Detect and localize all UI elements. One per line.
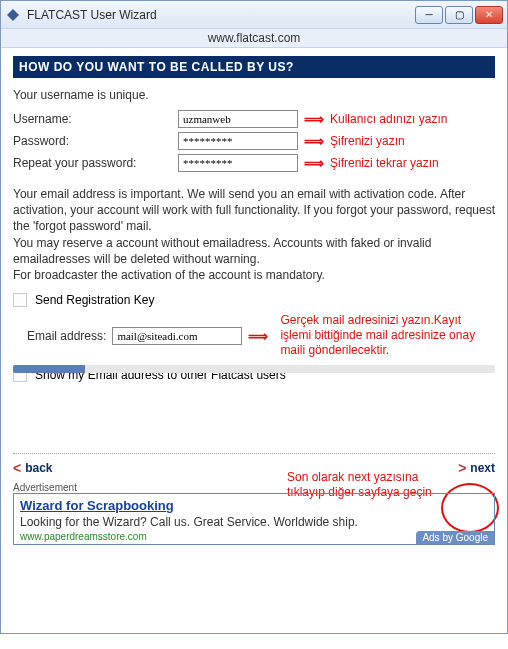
email-row: Email address: ⟹ Gerçek mail adresinizi … xyxy=(13,313,495,358)
app-window: FLATCAST User Wizard ─ ▢ ✕ www.flatcast.… xyxy=(0,0,508,634)
chevron-right-icon: > xyxy=(458,460,466,476)
info-paragraph: Your email address is important. We will… xyxy=(13,186,495,283)
username-row: Username: ⟹ Kullanıcı adınızı yazın xyxy=(13,110,495,128)
page-heading: HOW DO YOU WANT TO BE CALLED BY US? xyxy=(13,56,495,78)
app-icon xyxy=(5,7,21,23)
repeat-input[interactable] xyxy=(178,154,298,172)
bottom-area: < back > next Advertisement Wizard for S… xyxy=(13,359,495,545)
next-button[interactable]: > next xyxy=(458,460,495,476)
password-row: Password: ⟹ Şifrenizi yazın xyxy=(13,132,495,150)
arrow-icon: ⟹ xyxy=(304,111,324,127)
ad-section-label: Advertisement xyxy=(13,482,495,493)
back-button[interactable]: < back xyxy=(13,460,53,476)
username-note: Kullanıcı adınızı yazın xyxy=(330,112,447,126)
send-reg-checkbox[interactable] xyxy=(13,293,27,307)
username-input[interactable] xyxy=(178,110,298,128)
arrow-icon: ⟹ xyxy=(248,328,268,344)
arrow-icon: ⟹ xyxy=(304,133,324,149)
password-note: Şifrenizi yazın xyxy=(330,134,405,148)
minimize-button[interactable]: ─ xyxy=(415,6,443,24)
ad-text: Looking for the Wizard? Call us. Great S… xyxy=(20,515,488,529)
url-bar: www.flatcast.com xyxy=(1,29,507,48)
send-reg-label: Send Registration Key xyxy=(35,293,154,307)
password-label: Password: xyxy=(13,134,178,148)
subheading: Your username is unique. xyxy=(13,88,495,102)
email-input[interactable] xyxy=(112,327,242,345)
password-input[interactable] xyxy=(178,132,298,150)
next-label: next xyxy=(470,461,495,475)
repeat-label: Repeat your password: xyxy=(13,156,178,170)
maximize-button[interactable]: ▢ xyxy=(445,6,473,24)
arrow-icon: ⟹ xyxy=(304,155,324,171)
progress-bar xyxy=(13,365,495,373)
ad-badge[interactable]: Ads by Google xyxy=(416,531,494,544)
pager: < back > next xyxy=(13,453,495,476)
repeat-row: Repeat your password: ⟹ Şifrenizi tekrar… xyxy=(13,154,495,172)
close-button[interactable]: ✕ xyxy=(475,6,503,24)
email-label: Email address: xyxy=(27,329,106,343)
back-label: back xyxy=(25,461,52,475)
content-area: HOW DO YOU WANT TO BE CALLED BY US? Your… xyxy=(1,48,507,633)
window-title: FLATCAST User Wizard xyxy=(27,8,415,22)
svg-marker-0 xyxy=(7,9,19,21)
chevron-left-icon: < xyxy=(13,460,21,476)
username-label: Username: xyxy=(13,112,178,126)
titlebar: FLATCAST User Wizard ─ ▢ ✕ xyxy=(1,1,507,29)
email-note: Gerçek mail adresinizi yazın.Kayıt işlem… xyxy=(280,313,480,358)
ad-box[interactable]: Wizard for Scrapbooking Looking for the … xyxy=(13,493,495,545)
repeat-note: Şifrenizi tekrar yazın xyxy=(330,156,439,170)
send-reg-row: Send Registration Key xyxy=(13,293,495,307)
window-buttons: ─ ▢ ✕ xyxy=(415,6,503,24)
ad-title[interactable]: Wizard for Scrapbooking xyxy=(20,498,488,513)
